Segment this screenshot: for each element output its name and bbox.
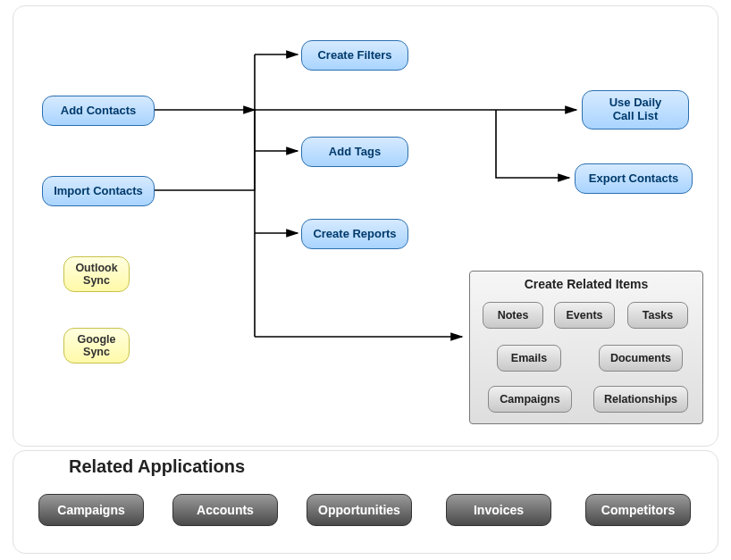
related-item-campaigns[interactable]: Campaigns [488, 386, 572, 413]
app-invoices[interactable]: Invoices [446, 494, 551, 526]
node-export-contacts[interactable]: Export Contacts [575, 163, 693, 194]
flow-panel: Add Contacts Import Contacts Outlook Syn… [13, 5, 718, 447]
related-items-group: Create Related Items Notes Events Tasks … [469, 271, 703, 424]
app-campaigns[interactable]: Campaigns [38, 494, 144, 526]
app-opportunities[interactable]: Opportunities [307, 494, 412, 526]
related-item-documents[interactable]: Documents [599, 345, 683, 372]
related-item-relationships[interactable]: Relationships [593, 386, 688, 413]
related-item-emails[interactable]: Emails [497, 345, 561, 372]
related-item-notes[interactable]: Notes [483, 302, 543, 329]
node-outlook-sync[interactable]: Outlook Sync [63, 256, 130, 292]
node-add-tags[interactable]: Add Tags [301, 137, 408, 167]
related-apps-title: Related Applications [69, 456, 245, 477]
related-item-tasks[interactable]: Tasks [627, 302, 688, 329]
node-add-contacts[interactable]: Add Contacts [42, 96, 155, 126]
app-accounts[interactable]: Accounts [172, 494, 278, 526]
node-create-filters[interactable]: Create Filters [301, 40, 408, 71]
node-import-contacts[interactable]: Import Contacts [42, 176, 155, 206]
node-google-sync[interactable]: Google Sync [63, 328, 130, 364]
related-item-events[interactable]: Events [554, 302, 615, 329]
related-items-title: Create Related Items [470, 272, 702, 295]
app-competitors[interactable]: Competitors [585, 494, 691, 526]
node-create-reports[interactable]: Create Reports [301, 219, 408, 249]
node-use-daily-call-list[interactable]: Use Daily Call List [582, 90, 689, 130]
related-apps-panel: Related Applications Campaigns Accounts … [13, 450, 718, 554]
